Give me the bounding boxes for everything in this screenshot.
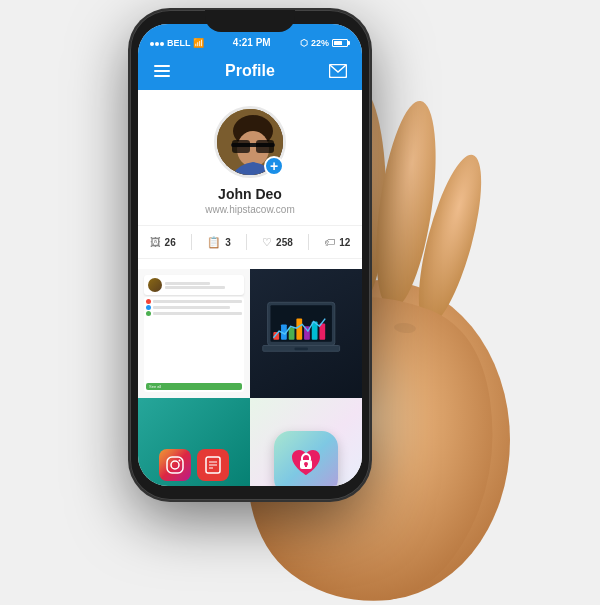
mail-icon[interactable] [326, 59, 350, 83]
mini-stats-table: See all [144, 297, 244, 392]
phone-notch [205, 10, 295, 32]
stat-events: 📋 3 [207, 236, 231, 249]
photos-count: 26 [165, 237, 176, 248]
svg-rect-30 [167, 457, 183, 473]
content-grid: See all [138, 269, 362, 486]
svg-rect-9 [154, 65, 170, 67]
events-icon: 📋 [207, 236, 221, 249]
analytics-bg [250, 269, 362, 398]
status-right: ⬡ 22% [300, 38, 350, 48]
grid-item-profile-card: See all [138, 269, 250, 398]
carrier-label: BELL [167, 38, 191, 48]
svg-point-4 [366, 97, 447, 312]
bluetooth-icon: ⬡ [300, 38, 308, 48]
stat-divider-3 [308, 234, 309, 250]
mini-row-line-3 [153, 312, 242, 315]
profile-name: John Deo [218, 186, 282, 202]
phone-frame: BELL 📶 4:21 PM ⬡ 22% [130, 10, 370, 500]
profile-url: www.hipstacow.com [205, 204, 294, 215]
battery-pct-label: 22% [311, 38, 329, 48]
instagram-app-icon[interactable] [159, 449, 191, 481]
svg-point-5 [406, 149, 494, 330]
battery-icon [332, 39, 350, 47]
mini-dot-1 [146, 299, 151, 304]
mini-action-tag: See all [146, 383, 242, 390]
avatar-add-button[interactable]: + [264, 156, 284, 176]
signal-icon [150, 38, 165, 48]
svg-point-31 [171, 461, 179, 469]
svg-point-8 [394, 322, 417, 334]
menu-icon[interactable] [150, 59, 174, 83]
time-label: 4:21 PM [233, 37, 271, 48]
stat-photos: 🖼 26 [150, 236, 176, 248]
stat-likes: ♡ 258 [262, 236, 293, 249]
nav-bar: Profile [138, 52, 362, 90]
mini-line-title [165, 286, 225, 289]
svg-rect-24 [296, 319, 302, 340]
svg-rect-11 [154, 75, 170, 77]
lock-app-icon[interactable] [274, 431, 338, 487]
svg-point-32 [179, 460, 181, 462]
reeder-app-icon[interactable] [197, 449, 229, 481]
profile-section: + John Deo www.hipstacow.com 🖼 26 📋 3 [138, 90, 362, 269]
svg-rect-10 [154, 70, 170, 72]
svg-rect-40 [305, 464, 307, 467]
laptop-svg [258, 296, 354, 371]
likes-icon: ♡ [262, 236, 272, 249]
mini-dot-3 [146, 311, 151, 316]
mini-avatar [148, 278, 162, 292]
scene: BELL 📶 4:21 PM ⬡ 22% [0, 0, 600, 605]
status-left: BELL 📶 [150, 38, 204, 48]
svg-rect-29 [294, 347, 307, 350]
mini-table-row-1 [146, 299, 242, 304]
grid-item-analytics [250, 269, 362, 398]
wifi-icon: 📶 [193, 38, 204, 48]
tags-icon: 🏷 [324, 236, 335, 248]
mini-table-row-3 [146, 311, 242, 316]
grid-item-lock-app [250, 398, 362, 486]
events-count: 3 [225, 237, 231, 248]
stat-divider-2 [246, 234, 247, 250]
avatar-container: + [214, 106, 286, 178]
stat-divider-1 [191, 234, 192, 250]
grid-item-app-icons: 1 [138, 398, 250, 486]
photos-icon: 🖼 [150, 236, 161, 248]
stat-tags: 🏷 12 [324, 236, 350, 248]
svg-rect-18 [256, 140, 274, 153]
mini-table-row-2 [146, 305, 242, 310]
nav-title: Profile [225, 62, 275, 80]
mini-text-lines [165, 282, 240, 289]
svg-rect-23 [289, 327, 295, 339]
mini-dot-2 [146, 305, 151, 310]
mini-row-line-2 [153, 306, 230, 309]
lock-svg [286, 443, 326, 483]
mini-row-line-1 [153, 300, 242, 303]
mini-line-name [165, 282, 210, 285]
phone-screen: BELL 📶 4:21 PM ⬡ 22% [138, 24, 362, 486]
app-icons-row [159, 449, 229, 481]
svg-rect-17 [232, 140, 250, 153]
likes-count: 258 [276, 237, 293, 248]
stats-bar: 🖼 26 📋 3 ♡ 258 🏷 [138, 225, 362, 259]
mini-profile-card [144, 275, 244, 295]
tags-count: 12 [339, 237, 350, 248]
